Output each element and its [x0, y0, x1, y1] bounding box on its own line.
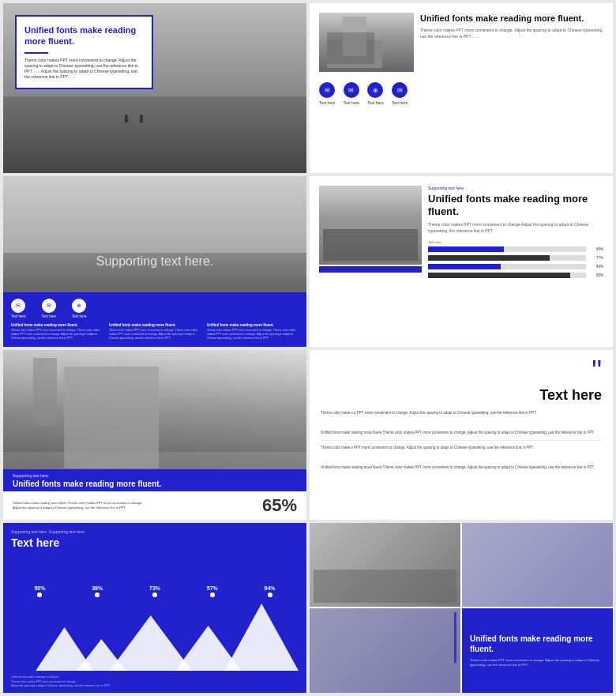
slide7-chart: 50% 38% 73% 57% 94% [11, 600, 299, 671]
slide3-item-3: Unified fonts make reading more fluent. … [207, 323, 299, 340]
slide2-icon-label-1: Text here [319, 100, 336, 105]
slide5-footer1: Unified fonts make reading more fluent.T… [13, 501, 142, 505]
slide2-icon-2: ✉ Text here [344, 82, 360, 105]
slide4-body: Theme color makes PPT more convenient to… [428, 222, 603, 234]
slide2-icon-label-4: Text here [392, 100, 408, 105]
slide5-supporting: Supporting text here. [13, 473, 297, 478]
slide6-title: Text here [321, 387, 602, 404]
slide4-bar-row-2: 77% [428, 255, 603, 261]
slide4-bar-pct-3: 46% [589, 265, 603, 269]
slide4-bar-track-3 [428, 264, 586, 269]
slide-1: Unified fonts make reading more fluent. … [3, 3, 306, 173]
slide7-pct-5: 94% [241, 585, 299, 597]
slide6-para-2a: Theme color make s PPT more convenient t… [321, 445, 602, 450]
slide7-footer2: Theme color makes PPT more convenient to… [11, 680, 77, 683]
slide3-icon-circle-2: ✉ [42, 299, 56, 313]
slide-7: Supporting text here. Supporting text he… [3, 523, 306, 693]
slide4-bar-pct-2: 77% [589, 256, 603, 260]
slide2-icon-1: ✉ Text here [319, 82, 336, 105]
slide4-right: Supporting text here. Unified fonts make… [428, 186, 603, 337]
slide3-supporting: Supporting text here. [96, 254, 214, 269]
slide4-bar-fill-1 [428, 246, 504, 252]
slide3-icon-circle-3: ⊕ [72, 299, 86, 313]
slide4-bar-header: Text here [428, 240, 603, 244]
slide5-bottom: Supporting text here. Unified fonts make… [3, 469, 306, 520]
slide4-bar-fill-4 [428, 273, 570, 278]
slide6-quote: " [592, 361, 602, 381]
slide3-bottom: ✉ Text here ✉ Text here ⊕ Text here Unif… [3, 292, 306, 347]
slide5-white-strip: Unified fonts make reading more fluent.T… [3, 491, 306, 520]
slide7-title: Text here [11, 536, 299, 549]
slide2-icon-3: ⊕ Text here [367, 82, 384, 105]
slide7-pct-1: 50% [11, 585, 69, 597]
slide3-icon-label-3: Text here [72, 314, 87, 318]
slide2-icon-4: ✉ Text here [392, 82, 408, 105]
slide3-item-title-2: Unified fonts make reading more fluent. [109, 323, 201, 327]
slide7-pct-3: 73% [126, 585, 184, 597]
slide3-icon-label-2: Text here [42, 314, 57, 318]
slide7-header: Supporting text here. Supporting text he… [11, 529, 299, 549]
slide3-items-row: Unified fonts make reading more fluent. … [11, 323, 299, 340]
slide4-bar-row-1: 48% [428, 246, 603, 252]
slide4-bar-pct-1: 48% [589, 247, 603, 251]
slide8-image-2 [462, 523, 613, 608]
slide3-item-body-3: Theme color makes PPT more convenient to… [207, 329, 299, 340]
slide2-title: Unified fonts make reading more fluent. [420, 13, 603, 24]
slide6-para-1b: Unified fonts make reading more fluent.T… [321, 430, 602, 435]
slide6-para-1a: Theme color make s a PPT more convenient… [321, 410, 602, 416]
slide3-icon-3: ⊕ Text here [72, 299, 87, 318]
slide7-chart-svg [11, 600, 299, 671]
slide-2: Unified fonts make reading more fluent. … [310, 3, 613, 173]
slide2-icon-circle-2: ✉ [344, 82, 359, 98]
slide7-footer1: Unified fonts make reading more fluent. [11, 675, 59, 679]
slide5-percentage: 65% [262, 495, 297, 516]
svg-marker-4 [224, 604, 299, 671]
slide3-icons-row: ✉ Text here ✉ Text here ⊕ Text here [11, 299, 299, 318]
slide8-image-3 [310, 608, 460, 693]
slide3-item-title-1: Unified fonts make reading more fluent. [11, 323, 103, 327]
slide4-bar-fill-2 [428, 255, 550, 261]
slide5-title: Unified fonts make reading more fluent. [13, 480, 297, 488]
slide4-bar-fill-3 [428, 264, 501, 269]
slide2-icon-circle-1: ✉ [319, 82, 335, 98]
slide1-content-box: Unified fonts make reading more fluent. … [15, 15, 153, 89]
slide-6: " Text here Theme color make s a PPT mor… [310, 350, 613, 520]
slide2-icons-row: ✉ Text here ✉ Text here ⊕ Text here ✉ Te… [319, 82, 603, 105]
slide3-item-body-2: Theme color makes PPT more convenient to… [109, 329, 201, 340]
slide7-pct-2: 38% [69, 585, 126, 597]
slide2-image [319, 13, 414, 72]
slide4-bar-track-2 [428, 255, 586, 261]
slide7-supporting: Supporting text here. Supporting text he… [11, 529, 299, 534]
slide2-body: Theme color makes PPT more convenient to… [420, 28, 603, 40]
slide8-body: Theme color makes PPT more convenient to… [470, 658, 605, 668]
slide8-image-1 [310, 523, 460, 608]
slide4-title: Unified fonts make reading more fluent. [428, 193, 603, 217]
slide2-icon-circle-4: ✉ [392, 82, 408, 98]
slide3-icon-2: ✉ Text here [42, 299, 57, 318]
slide4-bar-track-1 [428, 246, 586, 252]
slide3-icon-label-1: Text here [11, 314, 26, 318]
slide1-body: Theme color makes PPT more convenient to… [24, 58, 144, 80]
slide1-title: Unified fonts make reading more fluent. [24, 24, 144, 47]
slide7-pct-4: 57% [183, 585, 241, 597]
slide4-bar-pct-4: 90% [589, 273, 603, 277]
slide5-footer: Unified fonts make reading more fluent.T… [13, 501, 142, 510]
slide4-bars: Text here 48% 77% 46% [428, 240, 603, 278]
slide3-item-body-1: Theme color makes PPT more convenient to… [11, 329, 103, 340]
slide5-blue-strip: Supporting text here. Unified fonts make… [3, 469, 306, 491]
slide6-para-group-1: Theme color make s a PPT more convenient… [321, 410, 602, 435]
slide2-text: Unified fonts make reading more fluent. … [420, 13, 603, 72]
slide6-para-2b: Unified fonts make reading more fluent.T… [321, 465, 602, 470]
slide7-footer3: Adjust the spacing to adapt to Chinese t… [11, 684, 111, 687]
slide-8: Unified fonts make reading more fluent. … [310, 523, 613, 693]
slide-5: Supporting text here. Unified fonts make… [3, 350, 306, 520]
slide8-title: Unified fonts make reading more fluent. [470, 634, 605, 654]
slide3-icon-1: ✉ Text here [11, 299, 26, 318]
slide3-icon-circle-1: ✉ [11, 299, 25, 313]
slide-4: Supporting text here. Unified fonts make… [310, 176, 613, 346]
slide6-para-group-2: Theme color make s PPT more convenient t… [321, 445, 602, 470]
slide4-supporting: Supporting text here. [428, 186, 603, 190]
slide4-bar-row-3: 46% [428, 264, 603, 269]
slide4-bar-track-4 [428, 273, 586, 278]
slide7-footer: Unified fonts make reading more fluent. … [11, 675, 111, 688]
